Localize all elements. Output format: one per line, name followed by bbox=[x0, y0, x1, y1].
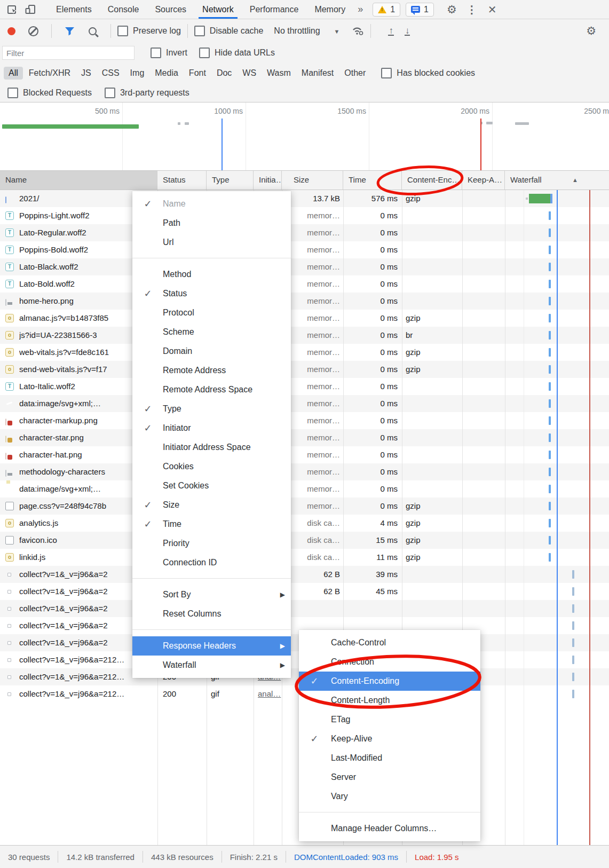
menu-item-method[interactable]: Method bbox=[132, 265, 291, 284]
table-row[interactable]: collect?v=1&_v=j96&a=2 bbox=[0, 600, 609, 617]
table-row[interactable]: page.css?v=248f94c78bmemor…0 msgzip bbox=[0, 498, 609, 515]
filter-icon[interactable] bbox=[65, 27, 75, 36]
menu-item-status[interactable]: ✓Status bbox=[132, 284, 291, 303]
filter-chip-img[interactable]: Img bbox=[125, 67, 149, 80]
menu-item-waterfall[interactable]: Waterfall▶ bbox=[132, 656, 291, 675]
menu-item-time[interactable]: ✓Time bbox=[132, 515, 291, 534]
submenu-item-content-encoding[interactable]: ✓Content-Encoding bbox=[299, 672, 480, 691]
filter-chip-js[interactable]: JS bbox=[76, 67, 96, 80]
preserve-log-checkbox[interactable]: Preserve log bbox=[117, 26, 181, 36]
export-har-icon[interactable]: ↓ bbox=[405, 27, 410, 36]
table-row[interactable]: collect?v=1&_v=j96&a=262 B45 ms bbox=[0, 583, 609, 600]
menu-item-response-headers[interactable]: Response Headers▶ bbox=[132, 636, 291, 656]
menu-item-scheme[interactable]: Scheme bbox=[132, 322, 291, 342]
table-row[interactable]: Poppins-Light.woff2memor…0 ms bbox=[0, 207, 609, 224]
table-row[interactable]: favicon.icodisk ca…15 msgzip bbox=[0, 532, 609, 549]
menu-item-protocol[interactable]: Protocol bbox=[132, 303, 291, 322]
menu-item-cookies[interactable]: Cookies bbox=[132, 457, 291, 476]
network-overview-timeline[interactable]: 500 ms1000 ms1500 ms2000 ms2500 ms bbox=[0, 102, 609, 171]
menu-item-path[interactable]: Path bbox=[132, 214, 291, 233]
table-row[interactable]: collect?v=1&_v=j96&a=262 B39 ms bbox=[0, 566, 609, 583]
table-row[interactable]: js?id=UA-22381566-3memor…0 msbr bbox=[0, 327, 609, 344]
filter-chip-other[interactable]: Other bbox=[339, 67, 370, 80]
sort-arrow-icon[interactable]: ▲ bbox=[572, 171, 578, 189]
table-row[interactable]: send-web-vitals.js?v=f17memor…0 msgzip bbox=[0, 361, 609, 378]
menu-item-initiator-address-space[interactable]: Initiator Address Space bbox=[132, 438, 291, 457]
menu-item-sort-by[interactable]: Sort By▶ bbox=[132, 585, 291, 604]
hide-data-urls-checkbox[interactable]: Hide data URLs bbox=[199, 48, 275, 58]
submenu-item-manage-header-columns[interactable]: Manage Header Columns… bbox=[299, 819, 480, 838]
menu-item-reset-columns[interactable]: Reset Columns bbox=[132, 604, 291, 624]
tab-performance[interactable]: Performance bbox=[242, 1, 307, 19]
submenu-item-cache-control[interactable]: Cache-Control bbox=[299, 633, 480, 652]
menu-item-set-cookies[interactable]: Set Cookies bbox=[132, 476, 291, 495]
submenu-item-content-length[interactable]: Content-Length bbox=[299, 691, 480, 710]
inspect-element-icon[interactable] bbox=[6, 4, 18, 15]
filter-chip-ws[interactable]: WS bbox=[238, 67, 261, 80]
disable-cache-checkbox[interactable]: Disable cache bbox=[194, 26, 264, 36]
settings-gear-icon[interactable]: ⚙ bbox=[441, 3, 462, 16]
column-header-time[interactable]: Time bbox=[343, 171, 402, 190]
issues-badge[interactable]: 1 bbox=[406, 3, 434, 17]
submenu-item-vary[interactable]: Vary bbox=[299, 787, 480, 806]
more-tabs-chevron-icon[interactable]: » bbox=[353, 4, 367, 15]
filter-chip-font[interactable]: Font bbox=[184, 67, 211, 80]
menu-item-remote-address[interactable]: Remote Address bbox=[132, 361, 291, 380]
import-har-icon[interactable]: ↑ bbox=[388, 27, 394, 36]
clear-icon[interactable] bbox=[28, 26, 38, 36]
filter-input[interactable] bbox=[2, 46, 135, 60]
column-header-content-enc[interactable]: Content-Enc… bbox=[402, 171, 462, 190]
third-party-requests-checkbox[interactable]: 3rd-party requests bbox=[105, 88, 189, 98]
table-row[interactable]: methodology-charactersmemor…0 ms bbox=[0, 463, 609, 480]
submenu-item-keep-alive[interactable]: ✓Keep-Alive bbox=[299, 729, 480, 748]
column-header-name[interactable]: Name bbox=[0, 171, 157, 190]
filter-chip-css[interactable]: CSS bbox=[97, 67, 124, 80]
table-row[interactable]: linkid.jsdisk ca…11 msgzip bbox=[0, 549, 609, 566]
table-row[interactable]: Lato-Regular.woff2memor…0 ms bbox=[0, 224, 609, 241]
table-row[interactable]: character-hat.pngmemor…0 ms bbox=[0, 446, 609, 463]
invert-checkbox[interactable]: Invert bbox=[151, 48, 187, 58]
column-header-size[interactable]: Size bbox=[282, 171, 343, 190]
submenu-item-connection[interactable]: Connection bbox=[299, 652, 480, 672]
device-toolbar-icon[interactable] bbox=[25, 4, 36, 15]
filter-chip-media[interactable]: Media bbox=[150, 67, 183, 80]
table-row[interactable]: 2021/13.7 kB576 msgzip bbox=[0, 190, 609, 207]
menu-item-url[interactable]: Url bbox=[132, 233, 291, 252]
more-options-icon[interactable]: ⋮ bbox=[462, 3, 481, 16]
blocked-requests-checkbox[interactable]: Blocked Requests bbox=[7, 88, 92, 98]
tab-memory[interactable]: Memory bbox=[306, 1, 353, 19]
tab-sources[interactable]: Sources bbox=[147, 1, 194, 19]
menu-item-size[interactable]: ✓Size bbox=[132, 495, 291, 515]
menu-item-connection-id[interactable]: Connection ID bbox=[132, 553, 291, 572]
submenu-item-server[interactable]: Server bbox=[299, 768, 480, 787]
warnings-badge[interactable]: 1 bbox=[373, 3, 400, 17]
menu-item-type[interactable]: ✓Type bbox=[132, 399, 291, 419]
table-row[interactable]: data:image/svg+xml;…memor…0 ms bbox=[0, 395, 609, 412]
network-settings-gear-icon[interactable]: ⚙ bbox=[581, 25, 602, 37]
column-header-type[interactable]: Type bbox=[207, 171, 254, 190]
table-row[interactable]: almanac.js?v=b14873f85memor…0 msgzip bbox=[0, 310, 609, 327]
submenu-item-etag[interactable]: ETag bbox=[299, 710, 480, 729]
column-header-status[interactable]: Status bbox=[157, 171, 207, 190]
tab-network[interactable]: Network bbox=[194, 1, 242, 19]
table-row[interactable]: character-markup.pngmemor…0 ms bbox=[0, 412, 609, 429]
network-conditions-icon[interactable] bbox=[351, 25, 364, 37]
column-header-keep-a[interactable]: Keep-A… bbox=[462, 171, 505, 190]
filter-chip-manifest[interactable]: Manifest bbox=[297, 67, 338, 80]
has-blocked-cookies-checkbox[interactable]: Has blocked cookies bbox=[381, 68, 475, 78]
menu-item-initiator[interactable]: ✓Initiator bbox=[132, 419, 291, 438]
table-row[interactable]: character-star.pngmemor…0 ms bbox=[0, 429, 609, 446]
cell-initiator-link[interactable]: anal… bbox=[258, 685, 281, 703]
throttling-dropdown[interactable]: No throttling▼ bbox=[274, 26, 339, 36]
filter-chip-all[interactable]: All bbox=[4, 67, 23, 80]
column-header-waterfall[interactable]: Waterfall▲ bbox=[505, 171, 609, 190]
table-row[interactable]: home-hero.pngmemor…0 ms bbox=[0, 293, 609, 310]
filter-chip-fetch-xhr[interactable]: Fetch/XHR bbox=[24, 67, 75, 80]
search-icon[interactable] bbox=[89, 27, 97, 35]
close-devtools-icon[interactable]: ✕ bbox=[481, 3, 503, 16]
menu-item-name[interactable]: ✓Name bbox=[132, 194, 291, 214]
record-button[interactable] bbox=[7, 27, 15, 35]
table-row[interactable]: data:image/svg+xml;…memor…0 ms bbox=[0, 480, 609, 498]
table-row[interactable]: Poppins-Bold.woff2memor…0 ms bbox=[0, 241, 609, 258]
menu-item-priority[interactable]: Priority bbox=[132, 534, 291, 553]
